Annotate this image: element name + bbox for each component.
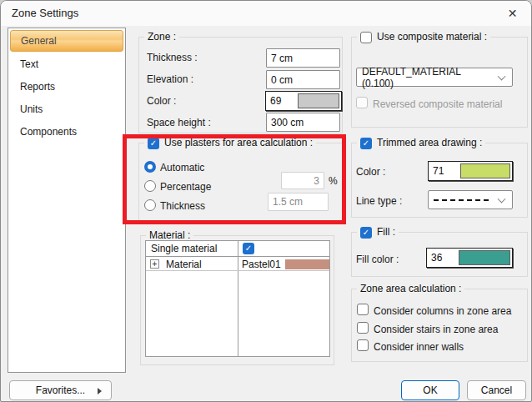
zone-area-group-legend: Zone area calculation : — [357, 283, 464, 295]
plasters-group-legend: Use plasters for area calculation : — [164, 137, 313, 149]
cancel-button[interactable]: Cancel — [467, 380, 526, 400]
percentage-radio[interactable] — [144, 180, 156, 192]
percentage-unit-label: % — [329, 175, 338, 187]
sidebar-item-reports[interactable]: Reports — [10, 76, 123, 98]
fill-color-picker[interactable]: 36 — [426, 248, 513, 268]
right-arrow-icon — [98, 388, 102, 394]
sidebar-item-label: Components — [20, 126, 77, 138]
trimmed-color-label: Color : — [356, 166, 385, 178]
elevation-input[interactable]: 0 cm — [266, 70, 340, 89]
check-icon: ✓ — [245, 244, 252, 253]
trimmed-checkbox[interactable]: ✓ — [360, 138, 372, 149]
reversed-composite-checkbox — [356, 97, 368, 108]
fill-color-index: 36 — [429, 250, 457, 265]
trimmed-color-swatch — [460, 163, 510, 178]
plasters-checkbox[interactable]: ✓ — [148, 138, 159, 149]
chevron-down-icon — [498, 194, 506, 203]
consider-columns-label[interactable]: Consider columns in zone area — [374, 305, 511, 317]
material-row-value: Pastel01 — [242, 259, 281, 270]
ok-button[interactable]: OK — [401, 380, 459, 400]
percentage-label[interactable]: Percentage — [160, 181, 211, 193]
material-table-header-row[interactable]: Single material ✓ — [146, 241, 329, 257]
composite-checkbox[interactable] — [360, 32, 372, 43]
zone-color-picker[interactable]: 69 — [265, 91, 342, 111]
sidebar: General Text Reports Units Components — [8, 28, 126, 373]
ok-button-label: OK — [423, 384, 437, 396]
sidebar-item-label: Text — [20, 58, 38, 70]
automatic-label[interactable]: Automatic — [160, 162, 204, 173]
thickness-label: Thickness : — [147, 52, 198, 63]
single-material-label: Single material — [151, 243, 217, 254]
sidebar-item-label: General — [21, 35, 57, 47]
percentage-input: 3 — [281, 172, 324, 189]
trimmed-group-legend: Trimmed area drawing : — [377, 137, 482, 149]
single-material-checkbox[interactable]: ✓ — [243, 243, 254, 254]
plaster-thickness-radio[interactable] — [144, 199, 156, 211]
thickness-input[interactable]: 7 cm — [266, 48, 340, 68]
check-icon: ✓ — [363, 229, 369, 237]
material-swatch — [285, 259, 329, 269]
sidebar-item-units[interactable]: Units — [10, 98, 123, 120]
composite-material-value: DEFAULT_MATERIAL (0.100) — [362, 66, 494, 89]
line-type-dropdown[interactable] — [428, 190, 513, 209]
favorites-button-label: Favorites... — [36, 384, 85, 396]
sidebar-item-label: Reports — [20, 81, 55, 93]
zone-settings-dialog: Zone Settings ✕ General Text Reports Uni… — [0, 0, 532, 402]
composite-material-dropdown[interactable]: DEFAULT_MATERIAL (0.100) — [356, 68, 513, 87]
close-button[interactable]: ✕ — [494, 1, 531, 26]
material-table-row[interactable]: + Material Pastel01 — [146, 258, 329, 271]
material-row-label: Material — [166, 259, 202, 270]
dialog-title: Zone Settings — [12, 7, 78, 19]
elevation-label: Elevation : — [147, 73, 193, 85]
fill-color-label: Fill color : — [356, 254, 399, 265]
fill-group-legend: Fill : — [377, 226, 395, 239]
reversed-composite-label: Reversed composite material — [373, 98, 502, 110]
title-bar[interactable]: Zone Settings ✕ — [1, 1, 531, 26]
consider-stairs-checkbox[interactable] — [357, 322, 369, 334]
fill-checkbox[interactable]: ✓ — [360, 227, 372, 239]
consider-inner-walls-label[interactable]: Consider inner walls — [374, 341, 464, 353]
check-icon: ✓ — [150, 139, 157, 148]
chevron-down-icon — [498, 72, 506, 80]
zone-color-index: 69 — [268, 93, 296, 108]
sidebar-item-components[interactable]: Components — [10, 121, 123, 143]
consider-stairs-label[interactable]: Consider stairs in zone area — [374, 324, 498, 335]
plaster-thickness-input: 1.5 cm — [268, 193, 329, 211]
composite-group-legend: Use composite material : — [377, 31, 487, 43]
line-type-label: Line type : — [356, 195, 402, 207]
expand-icon[interactable]: + — [150, 259, 159, 269]
zone-color-label: Color : — [147, 95, 176, 107]
plaster-thickness-label[interactable]: Thickness — [160, 200, 205, 212]
fill-color-swatch — [459, 250, 510, 265]
favorites-button[interactable]: Favorites... — [9, 380, 112, 400]
automatic-radio[interactable] — [144, 161, 156, 173]
zone-group-legend: Zone : — [144, 31, 179, 43]
material-table: Single material ✓ + Material Pastel01 — [145, 240, 330, 357]
consider-columns-checkbox[interactable] — [357, 304, 369, 315]
check-icon: ✓ — [363, 139, 369, 148]
close-icon: ✕ — [508, 7, 518, 20]
zone-color-swatch — [298, 93, 339, 108]
space-height-input[interactable]: 300 cm — [266, 113, 340, 132]
dashed-line-preview-icon — [434, 199, 489, 201]
trimmed-color-index: 71 — [430, 163, 459, 178]
consider-inner-walls-checkbox[interactable] — [357, 339, 369, 351]
cancel-button-label: Cancel — [481, 384, 512, 396]
sidebar-item-label: Units — [20, 103, 43, 115]
sidebar-item-general[interactable]: General — [10, 30, 123, 52]
sidebar-item-text[interactable]: Text — [10, 53, 123, 75]
trimmed-color-picker[interactable]: 71 — [428, 161, 513, 181]
space-height-label: Space height : — [147, 117, 211, 128]
